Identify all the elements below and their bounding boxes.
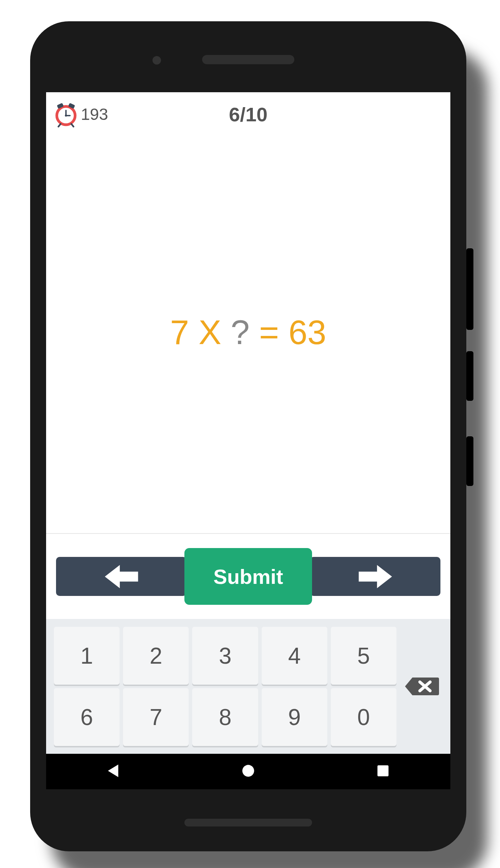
android-recents-button[interactable]	[374, 762, 392, 781]
key-5[interactable]: 5	[331, 627, 396, 685]
keypad: 1 2 3 4 5 6 7 8 9 0	[46, 619, 450, 754]
timer: 193	[52, 101, 108, 128]
triangle-back-icon	[104, 762, 123, 780]
key-3[interactable]: 3	[192, 627, 258, 685]
arrow-left-icon	[105, 563, 138, 590]
key-8[interactable]: 8	[192, 688, 258, 746]
svg-marker-12	[108, 764, 118, 777]
key-1[interactable]: 1	[54, 627, 120, 685]
svg-line-7	[71, 124, 73, 127]
phone-side-button	[466, 436, 473, 486]
key-7[interactable]: 7	[123, 688, 189, 746]
timer-value: 193	[81, 105, 108, 124]
backspace-button[interactable]	[402, 672, 441, 701]
circle-home-icon	[239, 762, 257, 780]
backspace-icon	[404, 674, 439, 699]
svg-rect-14	[377, 765, 388, 776]
svg-marker-9	[359, 565, 392, 588]
square-recents-icon	[374, 762, 392, 780]
phone-side-button	[466, 351, 473, 401]
svg-point-13	[242, 765, 254, 776]
previous-button[interactable]	[56, 557, 187, 596]
alarm-clock-icon	[52, 101, 79, 128]
submit-button[interactable]: Submit	[184, 548, 312, 605]
phone-camera	[152, 56, 161, 65]
key-4[interactable]: 4	[262, 627, 327, 685]
key-9[interactable]: 9	[262, 688, 327, 746]
svg-point-5	[65, 115, 67, 117]
android-back-button[interactable]	[104, 762, 123, 781]
arrow-right-icon	[359, 563, 392, 590]
equation-unknown: ?	[231, 313, 250, 351]
app-screen: 193 6/10 7 X ? = 63 Submit	[46, 92, 450, 789]
phone-speaker-bottom	[184, 819, 312, 826]
controls-row: Submit	[46, 534, 450, 619]
backspace-column	[400, 627, 443, 746]
key-0[interactable]: 0	[331, 688, 396, 746]
phone-frame: 193 6/10 7 X ? = 63 Submit	[30, 21, 466, 851]
keypad-grid: 1 2 3 4 5 6 7 8 9 0	[54, 627, 396, 746]
header-bar: 193 6/10	[46, 92, 450, 131]
key-6[interactable]: 6	[54, 688, 120, 746]
key-2[interactable]: 2	[123, 627, 189, 685]
android-navbar	[46, 754, 450, 789]
next-button[interactable]	[310, 557, 440, 596]
svg-line-6	[59, 124, 61, 127]
submit-label: Submit	[213, 565, 283, 588]
equation: 7 X ? = 63	[170, 313, 326, 352]
phone-speaker	[202, 55, 294, 64]
android-home-button[interactable]	[239, 762, 257, 781]
question-progress: 6/10	[229, 103, 268, 126]
equation-right: = 63	[250, 313, 326, 351]
phone-side-button	[466, 248, 473, 330]
svg-marker-8	[105, 565, 138, 588]
equation-left: 7 X	[170, 313, 231, 351]
question-area: 7 X ? = 63	[46, 131, 450, 534]
